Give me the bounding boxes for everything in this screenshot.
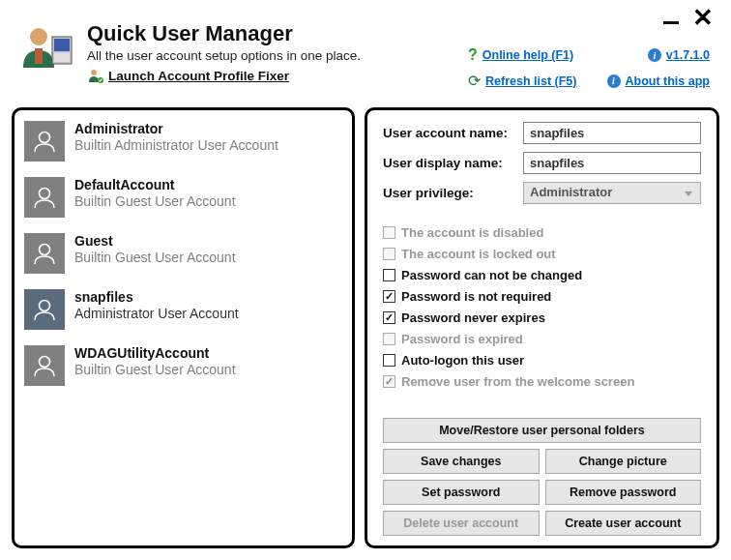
user-desc: Administrator User Account [74,306,239,321]
account-name-label: User account name: [383,126,523,140]
svg-point-9 [40,245,50,255]
user-desc: Builtin Guest User Account [74,193,236,209]
checkbox-label: Password is not required [401,289,551,304]
svg-point-10 [40,301,50,311]
user-avatar-icon [24,345,65,386]
user-name: Administrator [74,121,278,136]
display-name-label: User display name: [383,156,523,170]
user-desc: Builtin Administrator User Account [74,137,278,153]
app-icon [17,21,73,79]
minimize-button[interactable] [663,21,679,24]
checkbox-row[interactable]: Password can not be changed [383,268,701,282]
user-list-item[interactable]: WDAGUtilityAccountBuiltin Guest User Acc… [24,345,342,386]
refresh-link[interactable]: Refresh list (F5) [485,74,576,88]
user-details-pane: User account name: User display name: Us… [365,107,719,548]
user-avatar-icon [24,177,65,218]
user-list-item[interactable]: snapfilesAdministrator User Account [24,289,342,330]
checkbox-label: Auto-logon this user [401,353,524,368]
remove-password-button[interactable]: Remove password [545,480,702,505]
checkbox-label: Password never expires [401,310,545,325]
svg-point-8 [40,189,50,199]
svg-rect-4 [54,53,70,62]
user-list-item[interactable]: DefaultAccountBuiltin Guest User Account [24,177,342,218]
fixer-icon [87,67,104,84]
launch-fixer-link[interactable]: Launch Account Profile Fixer [108,69,289,83]
user-name: DefaultAccount [74,177,236,192]
checkbox [383,375,395,388]
user-name: Guest [74,233,236,249]
checkbox-label: Password is expired [401,332,523,346]
svg-point-0 [30,28,47,45]
refresh-icon: ⟳ [468,72,481,90]
help-icon: ? [468,46,478,64]
info-icon: i [648,48,661,62]
delete-user-button: Delete user account [383,511,540,536]
about-link[interactable]: About this app [626,74,711,88]
privilege-label: User privilege: [383,186,523,200]
account-name-input[interactable] [523,122,701,144]
user-list-item[interactable]: GuestBuiltin Guest User Account [24,233,342,274]
create-user-button[interactable]: Create user account [545,511,702,536]
move-restore-button[interactable]: Move/Restore user personal folders [383,418,701,443]
svg-point-5 [91,70,97,75]
version-link[interactable]: v1.7.1.0 [666,48,710,62]
checkbox-row[interactable]: Password is not required [383,289,701,304]
online-help-link[interactable]: Online help (F1) [482,48,573,62]
checkbox[interactable] [383,311,395,324]
user-name: WDAGUtilityAccount [74,345,236,361]
user-list-item[interactable]: AdministratorBuiltin Administrator User … [24,121,342,162]
close-button[interactable]: ✕ [692,10,714,25]
checkbox-label: Password can not be changed [401,268,582,282]
checkbox [383,248,395,260]
user-avatar-icon [24,233,65,274]
svg-rect-1 [35,48,43,64]
checkbox-row: The account is disabled [383,225,701,240]
user-desc: Builtin Guest User Account [74,250,236,265]
privilege-select[interactable]: Administrator [523,182,701,204]
checkbox[interactable] [383,269,395,281]
checkbox [383,333,395,345]
user-avatar-icon [24,289,65,330]
svg-point-11 [40,357,50,368]
checkbox[interactable] [383,290,395,303]
user-name: snapfiles [74,289,239,305]
display-name-input[interactable] [523,152,701,174]
checkbox-label: The account is locked out [401,247,556,261]
svg-point-7 [40,133,50,143]
change-picture-button[interactable]: Change picture [545,449,702,474]
checkbox-label: The account is disabled [401,225,543,240]
user-desc: Builtin Guest User Account [74,362,236,377]
app-title: Quick User Manager [87,21,454,46]
checkbox-row: The account is locked out [383,247,701,261]
set-password-button[interactable]: Set password [383,480,540,505]
app-subtitle: All the user account setup options in on… [87,48,454,63]
checkbox-row[interactable]: Password never expires [383,310,701,325]
user-list: AdministratorBuiltin Administrator User … [12,107,355,548]
checkbox-label: Remove user from the welcome screen [401,374,634,389]
checkbox-row: Password is expired [383,332,701,346]
svg-rect-3 [54,39,70,51]
checkbox-row: Remove user from the welcome screen [383,374,701,389]
save-changes-button[interactable]: Save changes [383,449,540,474]
user-avatar-icon [24,121,65,162]
checkbox[interactable] [383,354,395,367]
checkbox [383,226,395,239]
about-icon: i [607,74,621,88]
checkbox-row[interactable]: Auto-logon this user [383,353,701,368]
